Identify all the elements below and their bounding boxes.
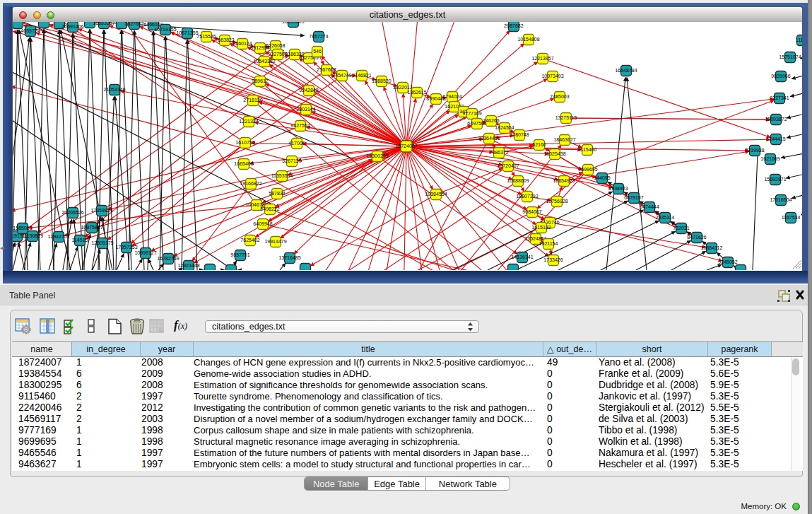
svg-text:1362615: 1362615	[407, 90, 426, 95]
svg-text:62160: 62160	[532, 142, 546, 147]
svg-text:16553267: 16553267	[93, 22, 114, 25]
svg-text:6479197: 6479197	[624, 195, 643, 200]
svg-text:2718120: 2718120	[243, 98, 262, 103]
svg-text:1824554: 1824554	[495, 125, 514, 130]
svg-text:10719155: 10719155	[154, 27, 176, 32]
svg-text:20206526: 20206526	[61, 210, 83, 215]
svg-text:114515: 114515	[72, 238, 88, 243]
svg-text:15720407: 15720407	[497, 163, 519, 168]
svg-text:7515526: 7515526	[196, 34, 216, 39]
svg-text:9427552: 9427552	[290, 123, 310, 128]
svg-text:9084007: 9084007	[522, 209, 541, 214]
svg-text:16548784: 16548784	[615, 68, 637, 73]
svg-text:18654923: 18654923	[553, 178, 575, 183]
svg-text:19384554: 19384554	[425, 192, 447, 197]
svg-text:14136141: 14136141	[511, 255, 533, 259]
svg-text:10688609: 10688609	[507, 178, 529, 183]
svg-text:1527602: 1527602	[124, 22, 143, 26]
svg-text:9474444: 9474444	[640, 204, 659, 209]
svg-text:9777169: 9777169	[462, 111, 481, 116]
svg-text:17359924: 17359924	[90, 208, 112, 213]
svg-text:6794024: 6794024	[442, 94, 461, 99]
svg-text:546: 546	[313, 49, 322, 54]
svg-text:9146821: 9146821	[352, 73, 371, 78]
svg-text:18463627: 18463627	[553, 137, 575, 142]
svg-text:1080748: 1080748	[510, 132, 529, 137]
svg-text:12213957: 12213957	[531, 56, 553, 61]
svg-text:13275115: 13275115	[555, 115, 577, 120]
svg-text:1665408: 1665408	[234, 161, 253, 166]
svg-text:19914479: 19914479	[264, 239, 286, 244]
svg-text:18724007: 18724007	[395, 144, 417, 148]
svg-text:18807293: 18807293	[516, 194, 538, 199]
svg-text:10671355: 10671355	[176, 30, 198, 35]
svg-text:9699695: 9699695	[578, 167, 597, 172]
svg-text:21053346: 21053346	[103, 87, 125, 92]
svg-text:2521154: 2521154	[539, 241, 558, 246]
svg-text:8938923: 8938923	[608, 186, 628, 191]
svg-text:6409948: 6409948	[253, 221, 272, 226]
svg-text:7986372: 7986372	[489, 150, 508, 155]
svg-text:15692971: 15692971	[764, 177, 786, 182]
svg-text:15751074: 15751074	[779, 54, 801, 59]
svg-text:8454749: 8454749	[332, 73, 351, 78]
svg-text:7485003: 7485003	[550, 94, 569, 99]
svg-text:2087682: 2087682	[504, 23, 523, 28]
svg-text:10958127: 10958127	[134, 250, 156, 255]
svg-text:9657791: 9657791	[230, 252, 249, 257]
svg-text:5498222: 5498222	[260, 206, 279, 211]
svg-text:11156829: 11156829	[22, 233, 43, 238]
svg-text:7857274: 7857274	[309, 34, 328, 39]
svg-text:10975887: 10975887	[81, 225, 102, 230]
svg-text:732021: 732021	[673, 226, 689, 230]
svg-text:587834: 587834	[269, 191, 285, 196]
svg-text:8660124: 8660124	[233, 41, 252, 46]
svg-text:17957253: 17957253	[115, 245, 137, 250]
svg-text:7625402: 7625402	[240, 238, 259, 243]
svg-text:20364436: 20364436	[478, 136, 500, 141]
svg-text:1585061: 1585061	[13, 226, 32, 230]
svg-text:13716485: 13716485	[278, 255, 300, 260]
svg-text:12505175: 12505175	[91, 240, 113, 245]
svg-text:11353594: 11353594	[271, 173, 293, 178]
svg-text:2935114: 2935114	[656, 215, 675, 220]
svg-text:20691406: 20691406	[61, 24, 83, 29]
svg-text:8219938: 8219938	[745, 148, 764, 153]
svg-text:9242848: 9242848	[299, 88, 318, 93]
svg-text:989612: 989612	[252, 78, 268, 83]
svg-text:1733426: 1733426	[543, 257, 563, 262]
svg-text:1888520: 1888520	[372, 78, 391, 83]
svg-text:16053809: 16053809	[282, 22, 304, 24]
svg-text:1244415: 1244415	[766, 136, 785, 141]
svg-text:19166822: 19166822	[240, 181, 261, 186]
svg-text:5267130: 5267130	[282, 158, 301, 163]
svg-text:9829966: 9829966	[771, 74, 790, 78]
svg-text:2803144: 2803144	[296, 107, 315, 112]
svg-text:1610755: 1610755	[235, 140, 254, 145]
svg-text:1221334: 1221334	[239, 119, 258, 124]
svg-text:1621069: 1621069	[760, 156, 779, 161]
svg-text:10654112: 10654112	[701, 245, 723, 250]
svg-text:3822013: 3822013	[393, 85, 412, 90]
svg-text:9115460: 9115460	[578, 147, 597, 152]
svg-text:12942757: 12942757	[47, 234, 69, 239]
svg-text:1167534: 1167534	[782, 215, 801, 220]
svg-text:10543382: 10543382	[253, 59, 275, 64]
svg-text:10973493: 10973493	[541, 74, 563, 78]
svg-text:9245052: 9245052	[718, 259, 737, 264]
svg-text:4055724: 4055724	[20, 28, 40, 33]
svg-text:2367608: 2367608	[317, 67, 336, 72]
svg-text:746266: 746266	[483, 118, 499, 123]
svg-text:12923448: 12923448	[177, 263, 199, 268]
svg-text:10025438: 10025438	[543, 151, 565, 156]
svg-text:18300295: 18300295	[366, 153, 388, 158]
svg-text:7663822: 7663822	[215, 37, 234, 42]
svg-text:144095: 144095	[594, 175, 610, 180]
svg-text:5226058: 5226058	[266, 43, 285, 48]
svg-text:11123: 11123	[796, 37, 802, 42]
svg-text:417006: 417006	[288, 141, 305, 146]
svg-text:16782759: 16782759	[157, 256, 179, 261]
svg-text:17016504: 17016504	[770, 197, 792, 202]
svg-text:10154808: 10154808	[517, 37, 539, 42]
svg-text:8471626: 8471626	[687, 235, 706, 240]
